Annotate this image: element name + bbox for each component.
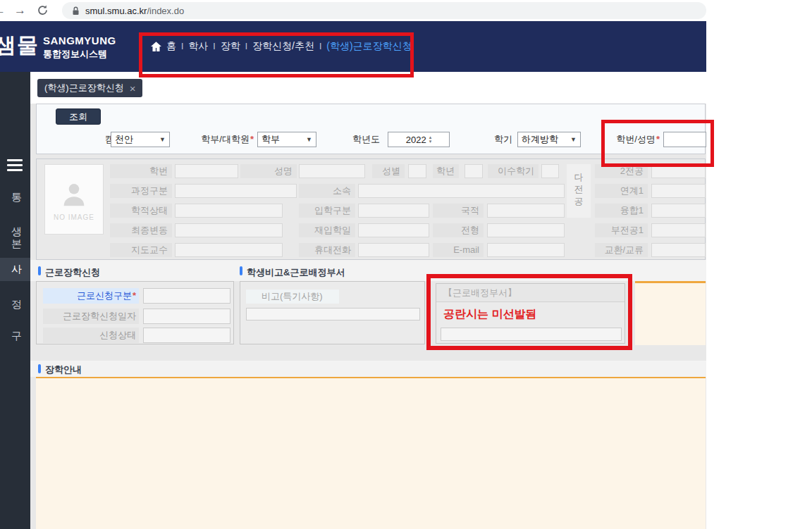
student-id-name-label: 학번/성명*	[603, 132, 660, 147]
field-label: 휴대전화	[299, 243, 355, 257]
sidebar-item-2[interactable]: 본	[0, 237, 30, 250]
work-date-input	[143, 309, 230, 324]
field-value	[175, 204, 283, 218]
student-info-panel: NO IMAGE 학번 성명 성별 학년 이수학기 2전공 다전공 과정구분 소…	[36, 158, 706, 260]
field-value	[175, 184, 297, 198]
nav-separator: I	[181, 42, 183, 51]
nav-home[interactable]: 홈	[166, 40, 176, 53]
nav-item-haksa[interactable]: 학사	[188, 40, 208, 53]
field-label: 학적상태	[110, 204, 172, 218]
field-label: 2전공	[595, 164, 648, 178]
field-value	[487, 223, 565, 237]
chevron-down-icon: ▼	[306, 136, 312, 143]
field-label: 입학구분	[299, 204, 355, 218]
spin-down-icon[interactable]: ▾	[429, 139, 432, 144]
field-label: 지도교수	[110, 243, 172, 257]
field-label: E-mail	[433, 243, 484, 257]
division-select[interactable]: 학부▼	[257, 132, 316, 147]
required-mark: *	[656, 134, 660, 144]
person-icon	[58, 178, 90, 211]
side-cream-panel	[635, 281, 706, 345]
required-mark: *	[133, 290, 136, 301]
sidebar-item-0[interactable]: 통	[0, 191, 30, 204]
field-label: 재입학일	[299, 223, 355, 237]
semester-select[interactable]: 하계방학▼	[517, 132, 581, 147]
chevron-down-icon: ▼	[570, 136, 577, 143]
logo-name: SANGMYUNG	[43, 35, 116, 46]
field-label: 소속	[299, 184, 355, 198]
breadcrumb-nav: 홈 I 학사 I 장학 I 장학신청/추천 I (학생)근로장학신청	[151, 21, 412, 72]
section-header-band	[30, 260, 706, 281]
field-value	[487, 204, 565, 218]
field-label: 교환/교류	[595, 243, 648, 257]
note-input	[246, 308, 420, 320]
section-bar	[240, 266, 242, 275]
section-bar	[38, 364, 41, 373]
field-label: 성별	[372, 164, 405, 178]
nav-item-janghak-apply[interactable]: 장학신청/추천	[252, 40, 314, 53]
app-header: 샘물 SANGMYUNG 통합정보시스템 홈 I 학사 I 장학 I 장학신청/…	[0, 21, 706, 72]
menu-hamburger-icon[interactable]	[7, 159, 23, 171]
lock-icon	[72, 6, 80, 15]
field-label: 융합1	[595, 204, 648, 218]
browser-toolbar: ← → smul.smu.ac.kr/index.do	[0, 0, 812, 21]
campus-select[interactable]: 천안▼	[111, 132, 170, 147]
field-value	[651, 164, 706, 178]
assignment-warning-text: 공란시는 미선발됨	[436, 304, 625, 325]
field-label: 학년	[433, 164, 459, 178]
field-value	[175, 164, 238, 178]
field-value	[358, 243, 429, 257]
field-value	[358, 223, 429, 237]
field-label: 전형	[433, 223, 484, 237]
search-button[interactable]: 조회	[56, 108, 101, 125]
field-label: 성명	[240, 164, 297, 178]
work-type-input	[143, 288, 230, 304]
student-note-panel: 비고(특기사항)	[240, 281, 425, 344]
sidebar-item-4[interactable]: 정	[0, 298, 30, 311]
semester-label: 학기	[487, 132, 512, 147]
student-photo-placeholder: NO IMAGE	[44, 164, 104, 235]
forward-icon[interactable]: →	[14, 0, 26, 21]
field-value	[465, 164, 483, 178]
field-value	[299, 164, 365, 178]
work-type-label: 근로신청구분*	[43, 288, 139, 304]
guide-section-title: 장학안내	[45, 363, 82, 376]
field-label: 부전공1	[595, 223, 648, 237]
year-label: 학년도	[345, 132, 380, 147]
field-value	[651, 223, 706, 237]
screen: ← → smul.smu.ac.kr/index.do 샘물 SANGMYUNG…	[0, 0, 812, 529]
tab-bar: (학생)근로장학신청 ×	[30, 72, 706, 104]
work-status-label: 신청상태	[43, 328, 139, 343]
field-label: 과정구분	[110, 184, 172, 198]
field-label: 국적	[433, 204, 484, 218]
tab-label: (학생)근로장학신청	[44, 82, 124, 94]
nav-item-janghak[interactable]: 장학	[221, 40, 240, 53]
tab-close-icon[interactable]: ×	[130, 82, 136, 94]
year-spinner[interactable]: 2022 ▴▾	[388, 132, 450, 147]
url-host: smul.smu.ac.kr	[85, 6, 147, 16]
field-value	[487, 243, 565, 257]
url-path: /index.do	[147, 6, 184, 16]
tab-work-scholarship[interactable]: (학생)근로장학신청 ×	[37, 79, 142, 97]
field-label: 이수학기	[488, 164, 539, 178]
field-label: 최종변동	[110, 223, 172, 237]
work-section-title: 근로장학신청	[45, 266, 100, 279]
chevron-down-icon: ▼	[159, 136, 166, 143]
work-application-panel: 근로신청구분* 근로장학신청일자 신청상태	[36, 281, 234, 344]
nav-separator: I	[245, 42, 247, 51]
sidebar: 통 생 본 사 정 구	[0, 72, 30, 529]
url-bar[interactable]: smul.smu.ac.kr/index.do	[62, 2, 706, 19]
sidebar-item-1[interactable]: 생	[0, 225, 30, 238]
sidebar-item-5[interactable]: 구	[0, 330, 30, 342]
home-icon[interactable]	[151, 42, 161, 51]
required-mark: *	[250, 134, 254, 144]
back-icon[interactable]: ←	[0, 0, 6, 21]
field-value	[541, 164, 559, 178]
refresh-icon[interactable]	[37, 4, 49, 16]
student-id-name-input[interactable]	[663, 132, 706, 147]
field-value	[358, 204, 429, 218]
guide-header-band	[30, 361, 706, 377]
guide-body-panel	[36, 377, 706, 529]
sidebar-item-3[interactable]: 사	[0, 263, 30, 275]
nav-item-active-work-scholarship[interactable]: (학생)근로장학신청	[326, 40, 412, 53]
